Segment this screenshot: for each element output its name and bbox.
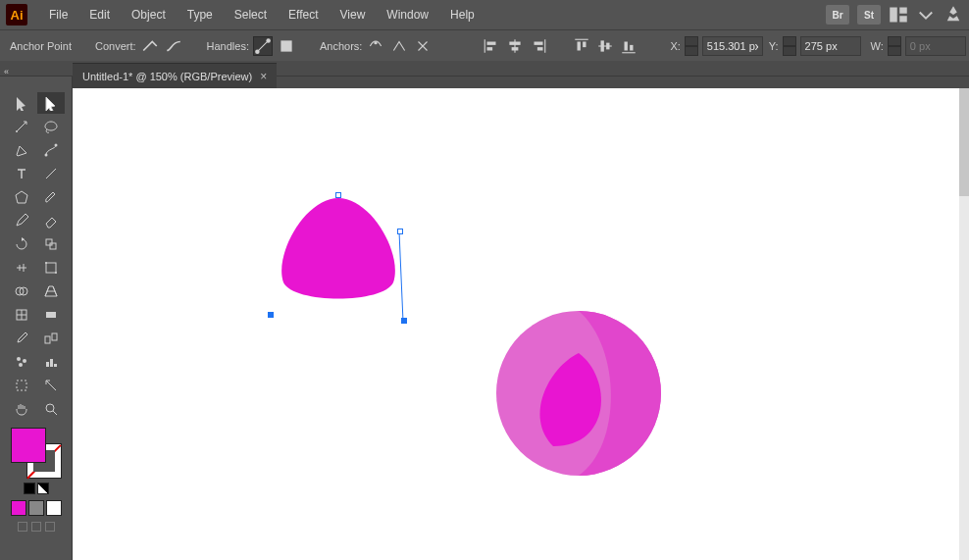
paintbrush-tool[interactable] xyxy=(37,186,65,208)
fill-swatch[interactable] xyxy=(11,428,46,463)
swap-fill-stroke-icon[interactable] xyxy=(37,483,49,494)
x-input[interactable] xyxy=(702,36,763,56)
reference-point-icon[interactable] xyxy=(662,36,664,56)
menu-window[interactable]: Window xyxy=(377,4,438,25)
close-tab-icon[interactable]: × xyxy=(260,70,267,83)
connect-anchor-icon[interactable] xyxy=(389,36,409,56)
svg-rect-53 xyxy=(46,362,49,367)
recent-color-1[interactable] xyxy=(11,500,26,516)
magic-wand-tool[interactable] xyxy=(8,116,35,137)
svg-point-52 xyxy=(19,363,23,367)
menu-select[interactable]: Select xyxy=(225,4,277,25)
draw-behind-icon[interactable] xyxy=(31,522,41,532)
svg-rect-22 xyxy=(601,40,604,51)
zoom-tool[interactable] xyxy=(37,398,65,420)
anchors-label: Anchors: xyxy=(320,40,362,52)
menu-edit[interactable]: Edit xyxy=(79,4,120,25)
anchor-point-label: Anchor Point xyxy=(10,40,72,52)
svg-rect-2 xyxy=(899,16,907,22)
vertical-scrollbar[interactable] xyxy=(959,88,969,560)
artwork-shape-sphere[interactable] xyxy=(494,309,663,478)
menu-help[interactable]: Help xyxy=(440,4,484,25)
svg-rect-54 xyxy=(50,359,53,367)
symbol-sprayer-tool[interactable] xyxy=(8,351,35,373)
rotate-tool[interactable] xyxy=(8,233,35,255)
convert-smooth-icon[interactable] xyxy=(164,36,183,56)
align-left-icon[interactable] xyxy=(482,36,501,56)
vertical-scrollbar-thumb[interactable] xyxy=(959,88,969,196)
recent-color-3[interactable] xyxy=(46,500,62,516)
slice-tool[interactable] xyxy=(37,375,65,396)
artwork-shape-drop[interactable] xyxy=(274,196,403,304)
selection-handle-right[interactable] xyxy=(397,229,403,234)
arrange-documents-icon[interactable] xyxy=(889,5,908,25)
selection-tool[interactable] xyxy=(8,92,35,114)
draw-normal-icon[interactable] xyxy=(18,522,27,532)
cut-path-icon[interactable] xyxy=(413,36,433,56)
selection-handle-top[interactable] xyxy=(335,192,341,198)
perspective-tool[interactable] xyxy=(37,280,65,302)
menu-effect[interactable]: Effect xyxy=(279,4,328,25)
lasso-tool[interactable] xyxy=(37,116,65,137)
svg-point-34 xyxy=(44,154,47,157)
chevron-down-icon[interactable] xyxy=(916,5,936,25)
menu-object[interactable]: Object xyxy=(122,4,176,25)
recent-color-2[interactable] xyxy=(28,500,44,516)
control-anchor-br[interactable] xyxy=(401,318,407,324)
free-transform-tool[interactable] xyxy=(37,257,65,279)
y-input[interactable] xyxy=(800,36,861,56)
curvature-tool[interactable] xyxy=(37,139,65,161)
stock-button[interactable]: St xyxy=(857,5,881,25)
svg-rect-40 xyxy=(46,263,56,273)
line-tool[interactable] xyxy=(37,163,65,184)
remove-anchor-icon[interactable] xyxy=(366,36,385,56)
blend-tool[interactable] xyxy=(37,328,65,349)
svg-marker-37 xyxy=(16,191,27,203)
scale-tool[interactable] xyxy=(37,233,65,255)
artboard-tool[interactable] xyxy=(8,375,35,396)
eyedropper-tool[interactable] xyxy=(8,328,35,349)
menu-type[interactable]: Type xyxy=(178,4,223,25)
w-stepper[interactable] xyxy=(888,36,901,56)
mesh-tool[interactable] xyxy=(8,304,35,326)
handles-show-icon[interactable] xyxy=(253,36,273,56)
svg-rect-26 xyxy=(631,44,634,50)
align-hcenter-icon[interactable] xyxy=(505,36,525,56)
gradient-tool[interactable] xyxy=(37,304,65,326)
type-tool[interactable] xyxy=(8,163,35,184)
fill-stroke-swatch[interactable] xyxy=(11,428,62,479)
graph-tool[interactable] xyxy=(37,351,65,373)
x-stepper[interactable] xyxy=(685,36,698,56)
default-fill-stroke-icon[interactable] xyxy=(24,483,35,494)
convert-group: Convert: xyxy=(95,36,183,56)
menu-view[interactable]: View xyxy=(331,4,376,25)
direct-selection-tool[interactable] xyxy=(37,92,65,114)
shape-tool[interactable] xyxy=(8,186,35,208)
menu-file[interactable]: File xyxy=(39,4,77,25)
align-top-icon[interactable] xyxy=(572,36,591,56)
align-vcenter-icon[interactable] xyxy=(595,36,615,56)
options-bar: Anchor Point Convert: Handles: Anchors: … xyxy=(0,29,969,61)
svg-rect-13 xyxy=(510,41,521,44)
hand-tool[interactable] xyxy=(8,398,35,420)
align-right-icon[interactable] xyxy=(529,36,548,56)
document-tab[interactable]: Untitled-1* @ 150% (RGB/Preview) × xyxy=(73,63,277,88)
pencil-tool[interactable] xyxy=(8,210,35,231)
svg-line-4 xyxy=(257,40,268,51)
svg-rect-1 xyxy=(899,8,907,14)
gpu-preview-icon[interactable] xyxy=(944,5,963,25)
convert-corner-icon[interactable] xyxy=(140,36,160,56)
align-bottom-icon[interactable] xyxy=(619,36,638,56)
eraser-tool[interactable] xyxy=(37,210,65,231)
draw-inside-icon[interactable] xyxy=(45,522,55,532)
width-tool[interactable] xyxy=(8,257,35,279)
y-stepper[interactable] xyxy=(783,36,796,56)
control-anchor-bl[interactable] xyxy=(268,312,274,318)
recent-colors xyxy=(11,500,62,516)
isolate-icon[interactable] xyxy=(456,36,458,56)
pen-tool[interactable] xyxy=(8,139,35,161)
canvas[interactable] xyxy=(73,88,969,560)
bridge-button[interactable]: Br xyxy=(826,5,849,25)
handles-hide-icon[interactable] xyxy=(277,36,296,56)
shape-builder-tool[interactable] xyxy=(8,280,35,302)
